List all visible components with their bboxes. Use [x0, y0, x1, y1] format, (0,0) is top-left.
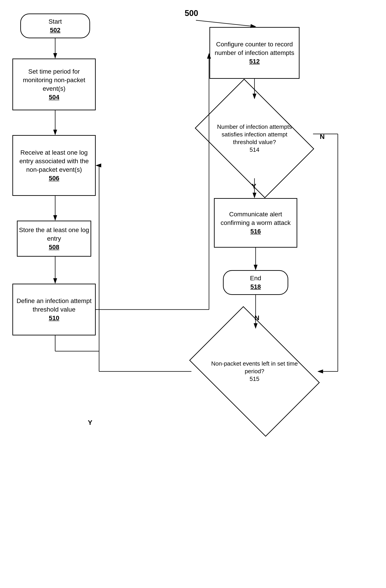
node-504: Set time period for monitoring non-packe… — [12, 59, 96, 110]
start-node: Start 502 — [20, 14, 90, 38]
flowchart-diagram: 500 Start 502 Set time period for monito… — [0, 0, 386, 588]
node-510: Define an infection attempt threshold va… — [12, 284, 96, 336]
n514-no-label: N — [320, 133, 325, 141]
n515-yes-label: Y — [88, 419, 92, 426]
node-508: Store the at least one log entry 508 — [17, 221, 91, 257]
svg-line-1 — [196, 20, 256, 27]
node-512: Configure counter to record number of in… — [210, 27, 300, 79]
n514-yes-label: Y — [252, 182, 256, 190]
node-506: Receive at least one log entry associate… — [12, 135, 96, 196]
node-515: Non-packet events left in set time perio… — [192, 329, 318, 414]
diagram-title: 500 — [185, 9, 198, 18]
n515-no-label: N — [255, 314, 259, 322]
node-514: Number of infection attempts satisfies i… — [196, 99, 313, 178]
end-node: End 518 — [223, 270, 288, 295]
node-516: Communicate alert confirming a worm atta… — [214, 198, 297, 248]
